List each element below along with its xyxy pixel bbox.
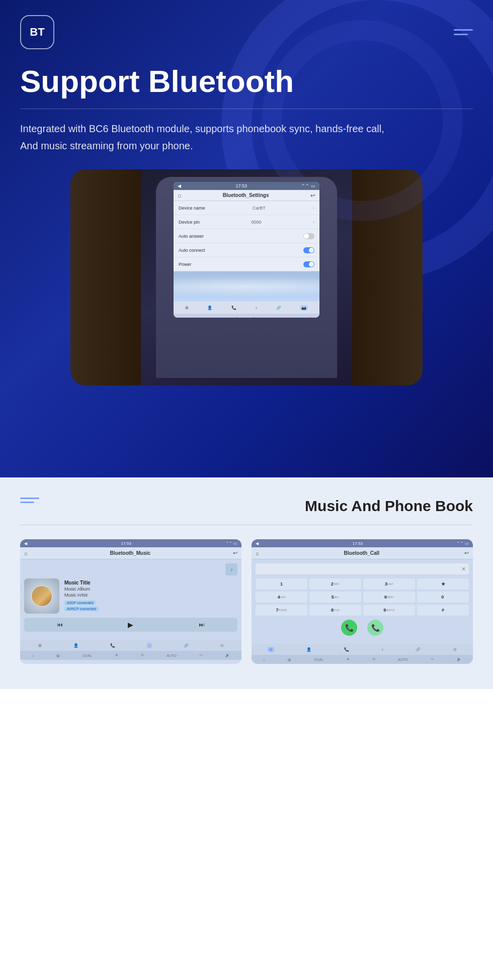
- phone-ctrl-vol[interactable]: 🔊: [457, 657, 461, 661]
- key-7[interactable]: 7PQRS: [256, 605, 307, 616]
- phone-ctrl-dual: DUAL: [314, 658, 324, 661]
- key-3[interactable]: 3DEF: [363, 578, 415, 590]
- screen-row-device-pin[interactable]: Device pin 0000 ›: [174, 215, 319, 229]
- music-note-icon: ♪: [230, 566, 233, 573]
- phone-panel-home-icon[interactable]: ⌂: [256, 550, 259, 556]
- bt-logo: BT: [20, 15, 54, 49]
- music-ctrl-power[interactable]: ⏻: [56, 654, 60, 657]
- music-nav-music-active[interactable]: ♪: [147, 643, 152, 648]
- phone-nav-camera[interactable]: ⊙: [453, 647, 457, 652]
- music-nav-link[interactable]: 🔗: [184, 643, 189, 648]
- hamburger-menu-button[interactable]: [454, 29, 473, 35]
- phone-nav-contacts[interactable]: 👤: [306, 647, 311, 652]
- music-ctrl-vol[interactable]: 🔊: [225, 653, 230, 657]
- music-nav-grid[interactable]: ⊞: [38, 643, 42, 648]
- music-badges: A2DP connected AVRCP connected: [64, 600, 237, 612]
- nav-camera-icon[interactable]: 📷: [300, 305, 308, 311]
- nav-grid-icon[interactable]: ⊞: [185, 306, 189, 310]
- music-nav-phone[interactable]: 📞: [110, 643, 115, 648]
- hamburger-line-1: [454, 29, 473, 31]
- screen-back-icon[interactable]: ↩: [310, 192, 315, 199]
- music-ctrl-dual: DUAL: [83, 654, 93, 657]
- toggle-auto-connect[interactable]: [303, 247, 314, 253]
- music-ctrl-recycle[interactable]: ⟲: [141, 653, 144, 657]
- ctrl-power-icon[interactable]: ⏻: [196, 317, 199, 318]
- music-nav-camera[interactable]: ⊙: [220, 643, 224, 648]
- screen-nav-bar: ⌂ Bluetooth_Settings ↩: [174, 190, 319, 201]
- ctrl-vol-icon[interactable]: 🔊: [308, 317, 313, 318]
- music-ctrl-ac[interactable]: ❄: [115, 653, 118, 657]
- phone-status-icons: ⌃⌃ ▭: [457, 541, 469, 546]
- phone-panel-back-icon[interactable]: ↩: [464, 550, 469, 556]
- car-container: ◀ 17:53 ⌃⌃ ▭ ⌂ Bluetooth_Settings ↩ Devi…: [20, 169, 473, 385]
- music-panel-title: Bluetooth_Music: [110, 550, 151, 556]
- phone-nav-link[interactable]: 🔗: [416, 647, 421, 652]
- music-panels: ◀ 17:53 ⌃⌃ ▭ ⌂ Bluetooth_Music ↩ ♪: [20, 539, 473, 664]
- car-center-console: ◀ 17:53 ⌃⌃ ▭ ⌂ Bluetooth_Settings ↩ Devi…: [156, 177, 337, 378]
- phone-panel-bottom-nav: ⊞ 👤 📞 ♪ 🔗 ⊙: [252, 644, 473, 655]
- music-note-button[interactable]: ♪: [225, 563, 237, 575]
- screen-row-device-name[interactable]: Device name CarBT ›: [174, 201, 319, 215]
- music-status-back: ◀: [24, 541, 27, 546]
- screen-row-power[interactable]: Power: [174, 257, 319, 271]
- key-0[interactable]: 0·: [417, 592, 469, 603]
- screen-wave-decoration: [174, 271, 319, 302]
- phone-clear-icon[interactable]: ✕: [461, 566, 466, 572]
- ctrl-recycle-icon[interactable]: ⟲: [252, 317, 255, 318]
- music-text-info: Music Title Music Album Music Artist A2D…: [64, 580, 237, 612]
- phone-ctrl-recycle[interactable]: ⟲: [372, 657, 375, 661]
- nav-music-icon[interactable]: ♪: [255, 306, 257, 310]
- key-hash[interactable]: #: [417, 605, 469, 616]
- hero-section: BT Support Bluetooth Integrated with BC6…: [0, 0, 493, 477]
- music-panel-home-icon[interactable]: ⌂: [24, 550, 28, 556]
- toggle-auto-answer[interactable]: [303, 233, 314, 239]
- music-panel-status-bar: ◀ 17:53 ⌃⌃ ▭: [20, 539, 241, 547]
- music-panel-back-icon[interactable]: ↩: [233, 550, 237, 556]
- music-hamburger-icon[interactable]: [20, 498, 39, 503]
- nav-phone-icon[interactable]: 📞: [231, 306, 236, 310]
- row-label-auto-answer: Auto answer: [179, 234, 204, 239]
- phone-nav-music[interactable]: ♪: [381, 647, 383, 652]
- toggle-power[interactable]: [303, 261, 314, 267]
- phone-nav-grid-active[interactable]: ⊞: [268, 647, 274, 652]
- call-redial-button[interactable]: 📞: [367, 620, 383, 636]
- ctrl-dual-label: DUAL: [213, 317, 222, 318]
- hamburger-line-2: [454, 34, 468, 35]
- phone-ctrl-power[interactable]: ⏻: [288, 658, 291, 661]
- screen-row-auto-connect[interactable]: Auto connect: [174, 243, 319, 257]
- screen-home-icon[interactable]: ⌂: [178, 192, 181, 199]
- phone-nav-phone[interactable]: 📞: [344, 647, 349, 652]
- phone-ctrl-ac[interactable]: ❄: [347, 657, 350, 661]
- key-1[interactable]: 1: [256, 578, 307, 590]
- screen-status-bar: ◀ 17:53 ⌃⌃ ▭: [174, 182, 319, 190]
- music-status-icons: ⌃⌃ ▭: [225, 541, 237, 546]
- nav-contacts-icon[interactable]: 👤: [207, 306, 212, 310]
- call-dial-button[interactable]: 📞: [341, 620, 357, 636]
- nav-link-icon[interactable]: 🔗: [276, 306, 281, 310]
- phone-input-display[interactable]: ✕: [256, 563, 469, 574]
- key-4[interactable]: 4GHI: [256, 592, 307, 603]
- ctrl-fan-icon[interactable]: 〜: [291, 316, 295, 318]
- play-pause-button[interactable]: ▶: [128, 621, 133, 629]
- key-2[interactable]: 2ABC: [309, 578, 361, 590]
- key-8[interactable]: 8TUV: [309, 605, 361, 616]
- phone-ctrl-fan[interactable]: 〜: [431, 657, 434, 662]
- music-playback-controls: ⏮ ▶ ⏭: [24, 618, 237, 632]
- music-panel-bottom-nav: ⊞ 👤 📞 ♪ 🔗 ⊙: [20, 640, 241, 651]
- key-star[interactable]: ★: [417, 578, 469, 590]
- prev-track-button[interactable]: ⏮: [57, 621, 63, 628]
- key-5[interactable]: 5JKL: [309, 592, 361, 603]
- music-ctrl-home[interactable]: ⌂: [32, 654, 34, 657]
- music-ctrl-fan[interactable]: 〜: [199, 653, 203, 658]
- phone-panel-content: ✕ 1 2ABC 3DEF ★ 4GHI 5JKL 6MNO 0· 7PQRS …: [252, 559, 473, 644]
- key-6[interactable]: 6MNO: [363, 592, 415, 603]
- screen-row-auto-answer[interactable]: Auto answer: [174, 229, 319, 243]
- music-nav-contacts[interactable]: 👤: [73, 643, 78, 648]
- phone-panel-title: Bluetooth_Call: [344, 550, 380, 556]
- music-hamburger-line-2: [20, 502, 34, 503]
- next-track-button[interactable]: ⏭: [199, 621, 205, 628]
- ctrl-ac-icon[interactable]: ❄: [235, 317, 238, 318]
- phone-ctrl-home[interactable]: ⌂: [263, 658, 265, 661]
- key-9[interactable]: 9WXYZ: [363, 605, 415, 616]
- ctrl-home-icon[interactable]: ⌂: [180, 317, 182, 318]
